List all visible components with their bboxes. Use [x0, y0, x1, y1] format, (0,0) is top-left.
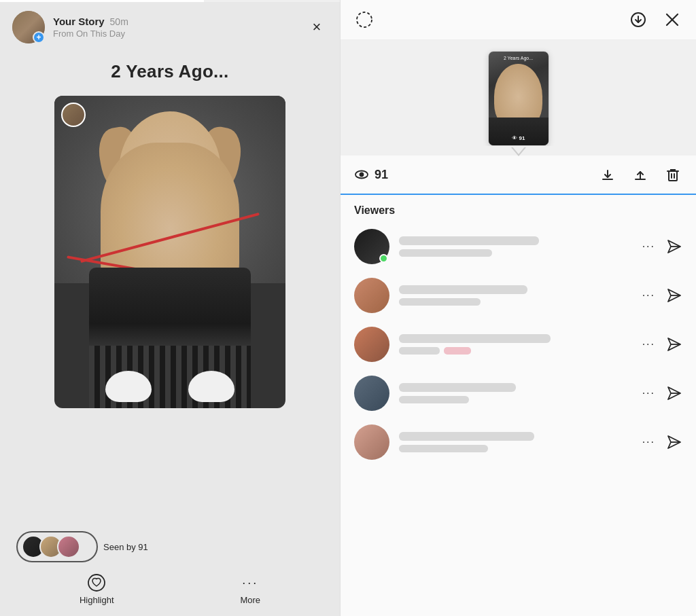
viewer-item: ··· — [341, 222, 696, 271]
viewer-more-button-3[interactable]: ··· — [642, 338, 655, 350]
highlight-icon — [87, 573, 106, 592]
viewer-more-button-5[interactable]: ··· — [642, 436, 655, 448]
story-image-frame — [54, 96, 285, 408]
story-insights-panel: 2 Years Ago... 👁 91 91 — [340, 0, 696, 616]
viewer-name-3 — [399, 334, 551, 343]
viewer-send-button-4[interactable] — [666, 385, 682, 401]
viewer-sub-2 — [399, 298, 481, 306]
thumbnail-caption: 2 Years Ago... — [489, 56, 549, 60]
settings-button[interactable] — [354, 10, 375, 30]
stats-left: 91 — [354, 167, 388, 182]
viewer-item: ··· — [341, 320, 696, 369]
seen-by-text: Seen by 91 — [103, 542, 148, 552]
seen-circle[interactable] — [16, 531, 98, 562]
viewer-avatar-wrap-3 — [354, 327, 389, 362]
story-bottom-bar: Seen by 91 Highlight ··· More — [0, 518, 340, 616]
viewer-sub-4 — [399, 396, 469, 403]
viewer-info-5 — [399, 432, 633, 452]
story-avatar-wrap[interactable]: + — [12, 11, 45, 43]
viewer-sub-3a — [399, 347, 440, 355]
right-header-icons — [628, 10, 682, 30]
viewer-avatar-wrap-5 — [354, 424, 389, 460]
right-header — [341, 0, 696, 40]
stats-actions — [598, 165, 682, 184]
stats-count: 91 — [375, 168, 388, 182]
highlight-action[interactable]: Highlight — [80, 573, 114, 605]
viewer-avatar-wrap-2 — [354, 278, 389, 313]
viewer-name-4 — [399, 383, 516, 392]
download-button[interactable] — [628, 10, 648, 30]
viewer-name-1 — [399, 236, 539, 245]
more-action[interactable]: ··· More — [240, 573, 260, 605]
viewer-item: ··· — [341, 271, 696, 320]
dog-scene — [54, 96, 285, 408]
viewer-sub-3b — [444, 347, 471, 355]
seen-avatar-3 — [57, 535, 80, 558]
story-header: + Your Story 50m From On This Day × — [0, 0, 340, 54]
more-label: More — [240, 595, 260, 605]
viewer-name-2 — [399, 285, 527, 294]
viewer-actions-2: ··· — [642, 287, 682, 304]
story-subtitle: From On This Day — [53, 29, 306, 39]
bottom-actions: Highlight ··· More — [16, 573, 324, 605]
viewer-more-button-4[interactable]: ··· — [642, 387, 655, 399]
eye-icon — [354, 167, 369, 182]
viewer-info-2 — [399, 285, 633, 306]
thumbnail-count: 91 — [519, 135, 525, 141]
stats-bar: 91 — [341, 156, 696, 195]
viewer-more-button-1[interactable]: ··· — [642, 240, 655, 253]
more-icon: ··· — [241, 573, 260, 592]
viewers-section: Viewers — [341, 195, 696, 222]
thumbnail-eye-icon: 👁 — [512, 135, 517, 141]
stats-download-button[interactable] — [598, 165, 617, 184]
viewer-item: ··· — [341, 369, 696, 418]
viewer-send-button-1[interactable] — [666, 238, 682, 255]
viewer-send-button-3[interactable] — [666, 336, 682, 352]
viewer-avatar-wrap-4 — [354, 376, 389, 411]
close-panel-button[interactable] — [662, 10, 682, 30]
viewer-info-1 — [399, 236, 633, 257]
viewer-name-5 — [399, 432, 534, 441]
seen-row: Seen by 91 — [16, 531, 324, 562]
stats-share-button[interactable] — [631, 165, 650, 184]
svg-rect-10 — [669, 171, 677, 181]
viewer-sub-row-3 — [399, 347, 633, 355]
viewer-send-button-2[interactable] — [666, 287, 682, 304]
viewer-item: ··· — [341, 418, 696, 467]
viewer-actions-3: ··· — [642, 336, 682, 352]
viewer-actions-4: ··· — [642, 385, 682, 401]
viewer-info-3 — [399, 334, 633, 355]
thumbnail-pointer-wrap — [341, 146, 696, 156]
viewer-sub-5 — [399, 445, 488, 452]
highlight-label: Highlight — [80, 595, 114, 605]
viewer-avatar-5 — [354, 424, 389, 460]
viewer-avatar-wrap-1 — [354, 229, 389, 264]
online-indicator-1 — [379, 254, 388, 263]
stats-delete-button[interactable] — [663, 165, 682, 184]
viewers-list: ··· ··· — [341, 222, 696, 616]
add-story-icon[interactable]: + — [33, 31, 45, 43]
story-username: Your Story — [53, 16, 105, 27]
viewer-more-button-2[interactable]: ··· — [642, 289, 655, 302]
story-viewer-panel: + Your Story 50m From On This Day × 2 Ye… — [0, 0, 340, 616]
viewer-info-4 — [399, 383, 633, 403]
thumbnail-eye-count: 👁 91 — [489, 135, 549, 141]
story-title-row: Your Story 50m — [53, 16, 306, 27]
viewer-avatar-2 — [354, 278, 389, 313]
image-mini-avatar — [61, 103, 86, 127]
viewer-send-button-5[interactable] — [666, 434, 682, 450]
viewer-avatar-3 — [354, 327, 389, 362]
viewer-avatar-4 — [354, 376, 389, 411]
viewer-actions-5: ··· — [642, 434, 682, 450]
viewers-title: Viewers — [354, 204, 682, 217]
svg-point-7 — [360, 173, 364, 177]
svg-point-0 — [88, 575, 105, 591]
svg-point-1 — [357, 12, 372, 27]
viewer-sub-1 — [399, 249, 492, 257]
story-thumbnail-area: 2 Years Ago... 👁 91 — [341, 40, 696, 156]
story-caption: 2 Years Ago... — [111, 61, 228, 82]
story-time: 50m — [110, 16, 128, 27]
viewer-actions-1: ··· — [642, 238, 682, 255]
story-thumbnail[interactable]: 2 Years Ago... 👁 91 — [488, 51, 549, 146]
story-close-button[interactable]: × — [306, 16, 328, 38]
